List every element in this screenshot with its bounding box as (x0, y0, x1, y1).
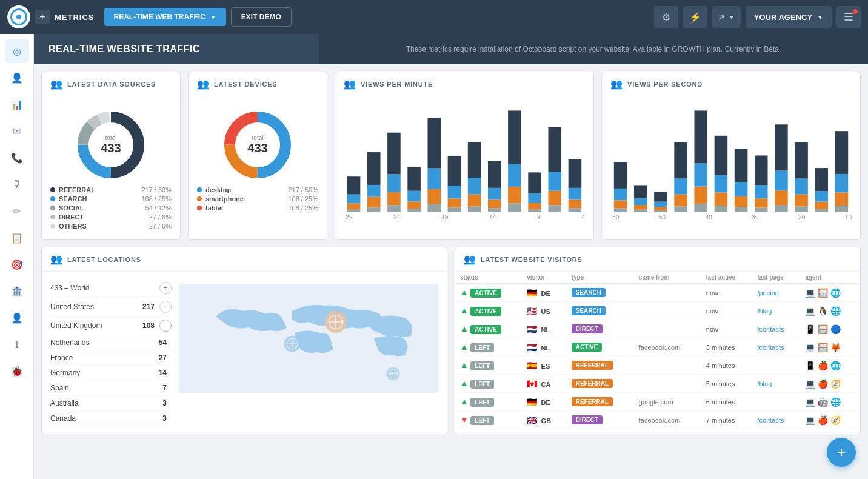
svg-rect-58 (614, 189, 627, 201)
agent-icon: 🍎 (818, 415, 828, 425)
location-row: France 27 (50, 350, 172, 366)
location-row: Netherlands 54 (50, 335, 172, 350)
svg-rect-83 (735, 149, 748, 182)
status-badge: LEFT (470, 361, 494, 370)
svg-rect-29 (448, 198, 461, 207)
vpm-icon: 👥 (344, 78, 356, 90)
visitors-widget: 👥 LATEST WEBSITE VISITORS statusvisitort… (455, 247, 861, 434)
location-row[interactable]: 433 – World + (50, 279, 172, 298)
settings-icon-button[interactable]: ⚙ (654, 6, 678, 28)
agent-icon: 🐧 (818, 306, 828, 316)
svg-rect-42 (508, 164, 521, 187)
sidebar-item-audio[interactable]: 🎙 (5, 172, 29, 196)
share-icon: ↗ (718, 13, 725, 22)
agent-icons: 💻🍎🧭 (805, 379, 855, 389)
svg-rect-48 (548, 205, 561, 212)
sidebar-item-campaigns[interactable]: 🎯 (5, 252, 29, 276)
svg-rect-19 (387, 133, 401, 175)
realtime-web-traffic-button[interactable]: REAL-TIME WEB TRAFFIC ▼ (104, 8, 226, 26)
sidebar-item-dashboard[interactable]: ◎ (5, 39, 29, 63)
svg-rect-12 (367, 207, 381, 212)
table-row: ▼ LEFT 🇬🇧 GB DIRECT facebook.com 7 minut… (455, 411, 860, 429)
share-button[interactable]: ↗ ▼ (712, 6, 741, 28)
svg-rect-53 (569, 199, 582, 208)
svg-rect-94 (795, 179, 808, 195)
svg-rect-67 (654, 192, 667, 201)
svg-rect-64 (654, 210, 667, 212)
vps-x-labels: -60-50-40-30-20-10 (610, 213, 852, 221)
sidebar-item-email[interactable]: ✉ (5, 119, 29, 143)
agency-button[interactable]: YOUR AGENCY ▼ (746, 6, 832, 28)
svg-rect-23 (407, 167, 421, 191)
table-row: ▲ LEFT 🇩🇪 DE REFERRAL google.com 6 minut… (455, 393, 860, 411)
svg-rect-78 (715, 175, 728, 192)
svg-rect-63 (634, 185, 647, 198)
legend-item: DIRECT 27 / 6% (50, 213, 172, 221)
legend-item: OTHERS 27 / 6% (50, 223, 172, 230)
fab-button[interactable]: + (827, 438, 856, 467)
agent-icon: 💻 (805, 397, 815, 407)
type-badge: REFERRAL (572, 361, 613, 370)
sidebar-item-person[interactable]: 👤 (5, 306, 29, 330)
view-button[interactable] (159, 320, 172, 332)
sidebar-item-users[interactable]: 👤 (5, 65, 29, 90)
svg-rect-25 (427, 189, 441, 204)
agency-chevron-icon: ▼ (817, 14, 823, 21)
expand-button[interactable]: + (159, 282, 172, 294)
top-nav: + METRICS REAL-TIME WEB TRAFFIC ▼ EXIT D… (0, 0, 868, 34)
svg-rect-18 (387, 174, 401, 192)
locations-widget: 👥 LATEST LOCATIONS 433 – World +United S… (41, 247, 447, 434)
svg-rect-9 (347, 203, 361, 209)
agent-icons: 📱🍎🌐 (805, 361, 855, 370)
plus-button[interactable]: + (35, 10, 50, 24)
type-badge: SEARCH (572, 288, 606, 297)
svg-rect-32 (468, 206, 481, 212)
svg-rect-76 (715, 206, 728, 212)
svg-rect-62 (634, 198, 647, 205)
status-badge: ACTIVE (470, 325, 501, 334)
legend-item: tablet 108 / 25% (197, 204, 318, 212)
logo (7, 5, 30, 28)
sidebar-item-analytics[interactable]: 📊 (5, 92, 29, 116)
status-badge: LEFT (470, 343, 494, 352)
svg-rect-75 (694, 110, 707, 163)
sidebar-item-info[interactable]: ℹ (5, 332, 29, 357)
sidebar-item-phone[interactable]: 📞 (5, 146, 29, 170)
devices-icon: 👥 (197, 78, 209, 90)
type-badge: ACTIVE (572, 343, 603, 352)
svg-rect-38 (488, 188, 501, 200)
sidebar-item-edit[interactable]: ✏ (5, 199, 29, 223)
agent-icon: 💻 (805, 343, 815, 352)
location-list: 433 – World +United States 217 −United K… (50, 279, 172, 426)
table-row: ▲ ACTIVE 🇳🇱 NL DIRECT now /contacts 📱🪟🔵 (455, 320, 860, 338)
flag-icon: 🇳🇱 (527, 324, 537, 334)
svg-rect-17 (387, 192, 401, 206)
hamburger-button[interactable]: ☰ (836, 6, 861, 28)
agent-icon: 🤖 (818, 397, 828, 407)
type-badge: DIRECT (572, 415, 603, 424)
agent-icon: 🌐 (830, 361, 841, 370)
bottom-row: 👥 LATEST LOCATIONS 433 – World +United S… (41, 247, 861, 434)
legend-item: REFERRAL 217 / 50% (50, 186, 172, 193)
svg-rect-30 (448, 186, 461, 199)
svg-rect-65 (654, 207, 667, 210)
svg-rect-47 (528, 172, 541, 193)
sidebar-item-reports[interactable]: 📋 (5, 226, 29, 250)
sidebar-item-bug[interactable]: 🐞 (5, 359, 29, 383)
integrations-icon-button[interactable]: ⚡ (683, 6, 707, 28)
type-badge: DIRECT (572, 324, 603, 333)
ds-total-value: 433 (101, 141, 121, 155)
svg-rect-37 (488, 199, 501, 208)
vpm-x-labels: -29-24-19-14-9-4 (344, 213, 585, 221)
location-row: Canada 3 (50, 411, 172, 426)
legend-item: smartphone 108 / 25% (197, 195, 318, 203)
agent-icon: 💻 (805, 288, 815, 298)
svg-rect-16 (387, 205, 401, 212)
svg-rect-70 (674, 179, 687, 195)
dev-total-value: 433 (247, 141, 267, 155)
location-row[interactable]: United States 217 − (50, 298, 172, 317)
sidebar-item-bank[interactable]: 🏦 (5, 279, 29, 303)
agent-icons: 📱🪟🔵 (805, 324, 855, 334)
exit-demo-button[interactable]: EXIT DEMO (231, 7, 292, 27)
collapse-button[interactable]: − (159, 301, 172, 313)
